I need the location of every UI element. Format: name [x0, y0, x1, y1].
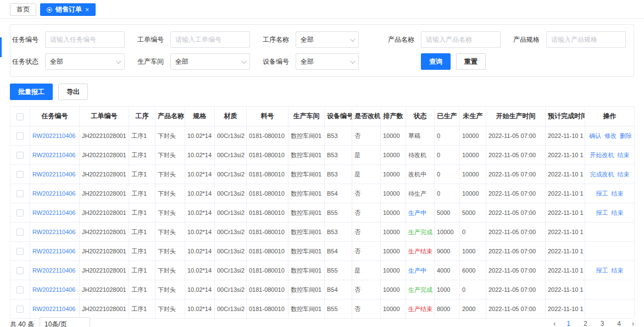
page-number-2[interactable]: 2 — [581, 318, 590, 327]
filter-select[interactable]: 全部 — [296, 53, 359, 70]
task-no-link[interactable]: RW2022110406 — [32, 171, 76, 178]
cell-task-no: RW2022110406 — [30, 242, 80, 261]
row-checkbox[interactable] — [16, 209, 24, 217]
cell-start-time: 2022-11-05 07:00 — [486, 280, 546, 300]
cell-is-modified: 否 — [352, 280, 381, 300]
cell-task-no: RW2022110406 — [30, 126, 80, 146]
row-checkbox[interactable] — [16, 306, 24, 313]
filter-input[interactable] — [170, 31, 250, 48]
operation-link[interactable]: 结束 — [618, 152, 630, 158]
table-row: RW2022110406JH20221028001工序1下封头10.02*140… — [10, 242, 635, 261]
task-no-link[interactable]: RW2022110406 — [32, 267, 76, 274]
cell-work-order: JH20221028001 — [80, 146, 129, 165]
filter-input[interactable] — [546, 31, 626, 48]
cell-operations: 报工结束 — [585, 184, 635, 203]
cell-operations — [585, 223, 635, 242]
cell-unproduced-qty: 10000 — [460, 126, 486, 146]
cell-device: B54 — [325, 184, 352, 203]
filter-input[interactable] — [45, 31, 125, 48]
search-button[interactable]: 查询 — [421, 53, 451, 70]
cell-process: 工序1 — [129, 261, 156, 280]
cell-work-order: JH20221028001 — [80, 184, 129, 203]
cell-work-order: JH20221028001 — [80, 223, 129, 242]
cell-part-no: 0181-080010 — [247, 223, 288, 242]
page-size-value: 10条/页 — [45, 320, 67, 327]
row-checkbox[interactable] — [16, 248, 24, 255]
operation-link[interactable]: 开始改机 — [590, 152, 614, 158]
row-checkbox[interactable] — [16, 286, 24, 293]
tab-close-icon[interactable]: × — [85, 7, 89, 13]
cell-operations: 开始改机结束 — [585, 146, 635, 165]
operation-link[interactable]: 完成改机 — [590, 171, 614, 178]
operation-link[interactable]: 报工 — [596, 209, 608, 216]
cell-process: 工序1 — [129, 203, 156, 223]
operation-link[interactable]: 报工 — [596, 267, 608, 274]
task-no-link[interactable]: RW2022110406 — [32, 152, 76, 158]
status-badge: 草稿 — [408, 132, 420, 139]
cell-is-modified: 否 — [352, 184, 381, 203]
task-no-link[interactable]: RW2022110406 — [32, 190, 76, 197]
cell-process: 工序1 — [129, 165, 156, 184]
cell-status: 草稿 — [406, 126, 435, 146]
batch-report-button[interactable]: 批量报工 — [10, 84, 53, 100]
task-no-link[interactable]: RW2022110406 — [32, 132, 76, 139]
column-header: 任务编号 — [30, 107, 80, 126]
cell-material: 00Cr13si2 — [215, 126, 247, 146]
row-checkbox[interactable] — [16, 152, 24, 159]
operation-link[interactable]: 结束 — [612, 190, 624, 197]
next-page-icon[interactable]: › — [632, 318, 634, 327]
cell-device: B53 — [325, 146, 352, 165]
operation-link[interactable]: 修改 — [604, 132, 617, 139]
cell-workshop: 数控车间01 — [288, 223, 325, 242]
row-checkbox[interactable] — [16, 267, 24, 274]
page-number-3[interactable]: 3 — [598, 318, 607, 327]
filter-label: 设备编号 — [263, 57, 296, 66]
operation-link[interactable]: 删除 — [620, 132, 632, 139]
cell-product: 下封头 — [156, 261, 185, 280]
prev-page-icon[interactable]: ‹ — [553, 318, 556, 327]
tab-home[interactable]: 首页 — [10, 3, 36, 16]
tab-sales-order[interactable]: 销售订单 × — [40, 3, 96, 16]
operation-link[interactable]: 结束 — [618, 171, 630, 178]
filter-select[interactable]: 全部 — [170, 53, 250, 70]
task-no-link[interactable]: RW2022110406 — [32, 209, 76, 216]
reset-button[interactable]: 重置 — [456, 53, 486, 70]
filter-label: 生产车间 — [137, 57, 170, 66]
cell-produced-qty: 8000 — [435, 300, 460, 319]
task-no-link[interactable]: RW2022110406 — [32, 306, 76, 312]
cell-workshop: 数控车间01 — [288, 146, 325, 165]
column-header: 是否改机 — [352, 107, 381, 126]
filter-panel: 任务编号工单编号工序名称全部产品名称产品规格 任务状态全部生产车间全部设备编号全… — [10, 24, 634, 77]
page-number-4[interactable]: 4 — [615, 318, 623, 327]
filter-label: 任务编号 — [12, 35, 45, 45]
row-checkbox[interactable] — [16, 132, 24, 140]
cell-is-modified: 否 — [352, 242, 381, 261]
total-count: 共 40 条 — [10, 317, 34, 327]
cell-produced-qty: 4000 — [435, 261, 460, 280]
status-badge: 待改机 — [408, 152, 426, 158]
cell-device: B54 — [325, 280, 352, 300]
cell-workshop: 数控车间01 — [288, 300, 325, 319]
row-checkbox[interactable] — [16, 229, 24, 236]
row-checkbox[interactable] — [16, 171, 24, 178]
page-number-1[interactable]: 1 — [564, 318, 573, 327]
cell-planned-qty: 10000 — [381, 242, 406, 261]
operation-link[interactable]: 结束 — [612, 267, 624, 274]
select-all-checkbox[interactable] — [16, 113, 24, 120]
operation-link[interactable]: 确认 — [589, 132, 601, 139]
cell-operations — [585, 280, 635, 300]
task-no-link[interactable]: RW2022110406 — [32, 248, 76, 254]
filter-input[interactable] — [421, 31, 501, 48]
task-no-link[interactable]: RW2022110406 — [32, 229, 76, 235]
cell-material: 00Cr13si2 — [215, 300, 247, 319]
filter-select[interactable]: 全部 — [296, 31, 359, 48]
task-no-link[interactable]: RW2022110406 — [32, 286, 76, 293]
export-button[interactable]: 导出 — [58, 84, 88, 100]
cell-device: B53 — [325, 223, 352, 242]
operation-link[interactable]: 报工 — [596, 190, 608, 197]
page-size-select[interactable]: 10条/页 — [40, 317, 90, 327]
cell-unproduced-qty: 10000 — [460, 165, 486, 184]
filter-select[interactable]: 全部 — [45, 53, 125, 70]
operation-link[interactable]: 结束 — [612, 209, 624, 216]
row-checkbox[interactable] — [16, 190, 24, 197]
